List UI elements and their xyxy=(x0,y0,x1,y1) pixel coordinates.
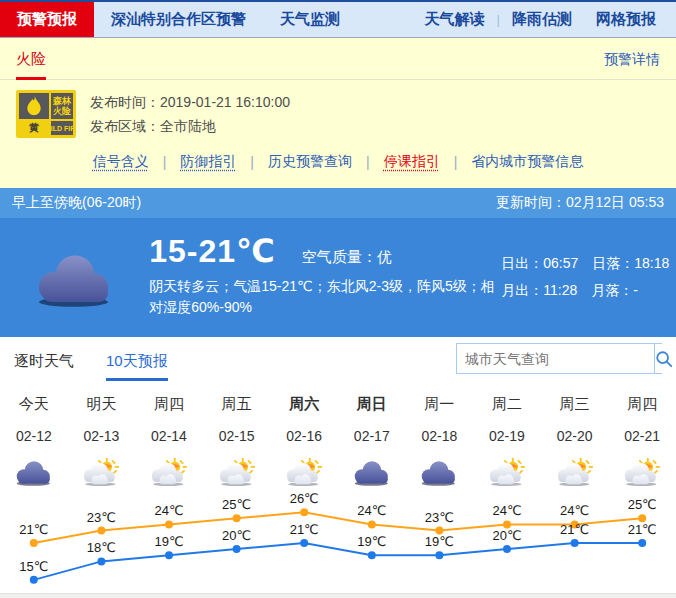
temperature-range: 15-21℃ xyxy=(149,232,276,270)
partly-cloudy-icon xyxy=(552,455,598,489)
overcast-cloud-icon xyxy=(0,218,149,337)
low-temp-label: 15℃ xyxy=(19,559,48,574)
day-date: 02-18 xyxy=(406,421,474,451)
low-temp-point xyxy=(97,557,105,565)
day-date: 02-14 xyxy=(135,421,203,451)
overcast-icon xyxy=(349,455,395,489)
fire-icon-cn-label: 森林 火险 xyxy=(53,96,71,116)
nav-link-rain-estimate[interactable]: 降雨估测 xyxy=(500,10,584,29)
low-temp-point xyxy=(30,576,38,584)
ten-day-forecast-section: 逐时天气 10天预报 今天 02-12 明天 02-13 周四 02-14 周五… xyxy=(0,337,676,597)
low-temp-label: 21℃ xyxy=(290,522,319,537)
high-temp-label: 23℃ xyxy=(87,510,116,525)
tab-hourly-weather[interactable]: 逐时天气 xyxy=(14,352,74,381)
partly-cloudy-icon xyxy=(214,455,260,489)
forecast-day-column[interactable]: 周四 02-14 xyxy=(135,395,203,493)
low-temp-point xyxy=(300,539,308,547)
nav-tab-shenshan-warning[interactable]: 深汕特别合作区预警 xyxy=(94,2,263,37)
day-date: 02-12 xyxy=(0,421,68,451)
current-weather-body: 15-21℃ 空气质量：优 阴天转多云；气温15-21℃；东北风2-3级，阵风5… xyxy=(0,218,676,337)
forecast-day-column[interactable]: 明天 02-13 xyxy=(68,395,136,493)
low-temp-label: 19℃ xyxy=(357,534,386,549)
sunrise-time: 日出：06:57 xyxy=(501,250,578,277)
link-province-city-warning-info[interactable]: 省内城市预警信息 xyxy=(471,153,583,171)
nav-link-grid-forecast[interactable]: 网格预报 xyxy=(584,10,668,29)
publish-time-value: 2019-01-21 16:10:00 xyxy=(160,94,290,110)
forecast-day-column[interactable]: 今天 02-12 xyxy=(0,395,68,493)
forecast-day-column[interactable]: 周五 02-15 xyxy=(203,395,271,493)
high-temp-point xyxy=(30,539,38,547)
tab-ten-day-forecast[interactable]: 10天预报 xyxy=(106,352,168,381)
overcast-icon xyxy=(416,455,462,489)
low-temp-point xyxy=(503,545,511,553)
forecast-day-column[interactable]: 周四 02-21 xyxy=(608,395,676,493)
nav-tab-warning-forecast[interactable]: 预警预报 xyxy=(0,2,94,37)
day-name: 明天 xyxy=(68,395,136,421)
day-date: 02-17 xyxy=(338,421,406,451)
day-name: 周二 xyxy=(473,395,541,421)
high-temp-label: 25℃ xyxy=(628,497,657,512)
low-temp-label: 21℃ xyxy=(628,522,657,537)
weather-description: 阴天转多云；气温15-21℃；东北风2-3级，阵风5级；相对湿度60%-90% xyxy=(149,276,501,318)
day-name: 周四 xyxy=(135,395,203,421)
forecast-day-column[interactable]: 周日 02-17 xyxy=(338,395,406,493)
day-name: 周五 xyxy=(203,395,271,421)
fire-warning-panel: 火险 预警详情 森林 火险 黄 WILD FIRE 发布时 xyxy=(0,38,676,188)
link-signal-meaning[interactable]: 信号含义 xyxy=(93,153,149,171)
high-temp-point xyxy=(300,508,308,516)
partly-cloudy-icon xyxy=(146,455,192,489)
forecast-day-column[interactable]: 周六 02-16 xyxy=(270,395,338,493)
day-date: 02-21 xyxy=(608,421,676,451)
forecast-day-column[interactable]: 周二 02-19 xyxy=(473,395,541,493)
forecast-day-column[interactable]: 周三 02-20 xyxy=(541,395,609,493)
forest-fire-warning-icon: 森林 火险 黄 WILD FIRE xyxy=(16,90,76,138)
high-temp-point xyxy=(165,520,173,528)
high-temp-label: 24℃ xyxy=(357,503,386,518)
high-temp-label: 21℃ xyxy=(19,522,48,537)
low-temp-label: 21℃ xyxy=(560,522,589,537)
low-temperature-line xyxy=(34,543,642,580)
nav-right-links: 天气解读 | 降雨估测 网格预报 xyxy=(413,2,676,37)
publish-area-row: 发布区域：全市陆地 xyxy=(90,114,290,138)
low-temp-point xyxy=(435,551,443,559)
day-date: 02-13 xyxy=(68,421,136,451)
link-defense-guide[interactable]: 防御指引 xyxy=(180,153,236,171)
search-button[interactable] xyxy=(654,344,673,373)
day-name: 周一 xyxy=(406,395,474,421)
nav-link-weather-interpretation[interactable]: 天气解读 xyxy=(413,10,497,29)
forecast-tab-bar: 逐时天气 10天预报 xyxy=(0,337,676,381)
overcast-icon xyxy=(11,455,57,489)
high-temp-point xyxy=(97,527,105,535)
forecast-day-column[interactable]: 周一 02-18 xyxy=(406,395,474,493)
warning-detail-link[interactable]: 预警详情 xyxy=(604,51,660,79)
nav-tab-weather-monitor[interactable]: 天气监测 xyxy=(263,2,357,37)
temperature-chart-wrap: 21℃23℃24℃25℃26℃24℃23℃24℃24℃25℃15℃18℃19℃2… xyxy=(0,493,676,597)
warning-tab-bar: 火险 预警详情 xyxy=(0,38,676,80)
warning-links-row: 信号含义 | 防御指引 | 历史预警查询 | 停课指引 | 省内城市预警信息 xyxy=(0,144,676,171)
forecast-days-row: 今天 02-12 明天 02-13 周四 02-14 周五 02-15 周六 0… xyxy=(0,381,676,493)
high-temp-label: 24℃ xyxy=(560,503,589,518)
day-date: 02-19 xyxy=(473,421,541,451)
day-date: 02-16 xyxy=(270,421,338,451)
partly-cloudy-icon xyxy=(484,455,530,489)
day-date: 02-20 xyxy=(541,421,609,451)
forecast-period-label: 早上至傍晚(06-20时) xyxy=(12,194,141,212)
city-search-input[interactable] xyxy=(457,344,654,373)
low-temp-point xyxy=(638,539,646,547)
low-temp-label: 19℃ xyxy=(425,534,454,549)
partly-cloudy-icon xyxy=(619,455,665,489)
search-icon xyxy=(655,350,673,368)
partly-cloudy-icon xyxy=(281,455,327,489)
warning-body: 森林 火险 黄 WILD FIRE 发布时间：2019-01-21 16:10:… xyxy=(0,80,676,144)
low-temp-label: 18℃ xyxy=(87,540,116,555)
sun-moon-times: 日出：06:57 日落：18:18 月出：11:28 月落：- xyxy=(501,218,676,337)
tab-fire-risk[interactable]: 火险 xyxy=(16,50,46,80)
day-date: 02-15 xyxy=(203,421,271,451)
moonrise-time: 月出：11:28 xyxy=(501,277,577,304)
link-history-warning-query[interactable]: 历史预警查询 xyxy=(268,153,352,171)
moonset-time: 月落：- xyxy=(591,277,638,304)
low-temp-point xyxy=(233,545,241,553)
publish-area-value: 全市陆地 xyxy=(160,118,216,134)
low-temp-point xyxy=(165,551,173,559)
link-class-suspension-guide[interactable]: 停课指引 xyxy=(384,153,440,171)
